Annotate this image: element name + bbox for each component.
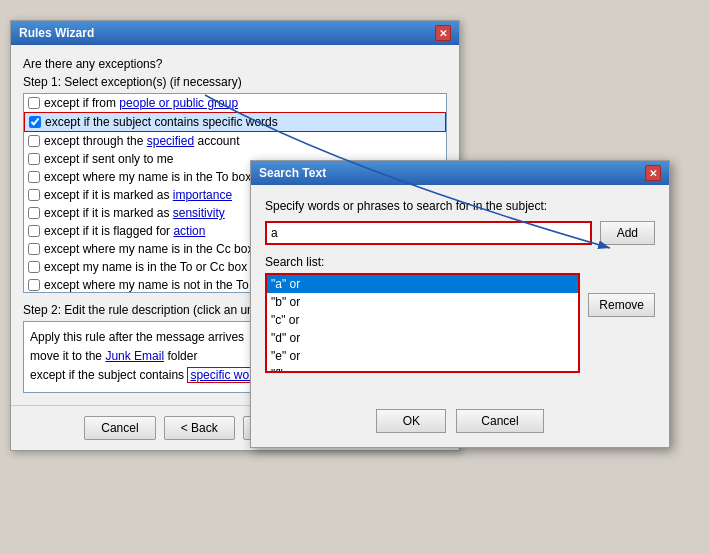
search-input-row: Add [265, 221, 655, 245]
search-list-item-5[interactable]: "f" or [267, 365, 578, 371]
rules-wizard-titlebar: Rules Wizard ✕ [11, 21, 459, 45]
exception-item-2[interactable]: except through the specified account [24, 132, 446, 150]
people-group-link-0[interactable]: people or public group [119, 96, 238, 110]
cancel-button[interactable]: Cancel [84, 416, 155, 440]
sensitivity-link[interactable]: sensitivity [173, 206, 225, 220]
search-list-label: Search list: [265, 255, 655, 269]
search-text-input[interactable] [265, 221, 592, 245]
search-list-item-1[interactable]: "b" or [267, 293, 578, 311]
action-link[interactable]: action [173, 224, 205, 238]
search-list-item-4[interactable]: "e" or [267, 347, 578, 365]
exception-checkbox-3[interactable] [28, 153, 40, 165]
search-text-title: Search Text [259, 166, 326, 180]
exception-checkbox-6[interactable] [28, 207, 40, 219]
search-text-content: Specify words or phrases to search for i… [251, 185, 669, 401]
exception-checkbox-10[interactable] [28, 279, 40, 291]
search-list-row: "a" or "b" or "c" or "d" or "e" or "f" o… [265, 273, 655, 373]
specified-link[interactable]: specified [147, 134, 194, 148]
add-button[interactable]: Add [600, 221, 655, 245]
exception-checkbox-8[interactable] [28, 243, 40, 255]
exception-checkbox-9[interactable] [28, 261, 40, 273]
importance-link[interactable]: importance [173, 188, 232, 202]
exception-checkbox-2[interactable] [28, 135, 40, 147]
search-text-dialog: Search Text ✕ Specify words or phrases t… [250, 160, 670, 448]
search-dialog-buttons: OK Cancel [251, 401, 669, 447]
search-cancel-button[interactable]: Cancel [456, 409, 543, 433]
exception-checkbox-0[interactable] [28, 97, 40, 109]
exception-item-0[interactable]: except if from people or public group [24, 94, 446, 112]
search-prompt-label: Specify words or phrases to search for i… [265, 199, 655, 213]
step1-label: Step 1: Select exception(s) (if necessar… [23, 75, 447, 89]
search-list-item-3[interactable]: "d" or [267, 329, 578, 347]
exceptions-label: Are there any exceptions? [23, 57, 447, 71]
exception-item-1[interactable]: except if the subject contains specific … [24, 112, 446, 132]
rules-wizard-close-button[interactable]: ✕ [435, 25, 451, 41]
exception-checkbox-7[interactable] [28, 225, 40, 237]
search-text-close-button[interactable]: ✕ [645, 165, 661, 181]
exception-checkbox-4[interactable] [28, 171, 40, 183]
search-list[interactable]: "a" or "b" or "c" or "d" or "e" or "f" o… [267, 275, 578, 371]
rules-wizard-title: Rules Wizard [19, 26, 94, 40]
exception-checkbox-1[interactable] [29, 116, 41, 128]
exception-checkbox-5[interactable] [28, 189, 40, 201]
ok-button[interactable]: OK [376, 409, 446, 433]
remove-btn-area: Remove [588, 273, 655, 373]
search-list-item-2[interactable]: "c" or [267, 311, 578, 329]
remove-button[interactable]: Remove [588, 293, 655, 317]
search-list-item-0[interactable]: "a" or [267, 275, 578, 293]
back-button[interactable]: < Back [164, 416, 235, 440]
junk-email-link[interactable]: Junk Email [105, 349, 164, 363]
search-list-container: "a" or "b" or "c" or "d" or "e" or "f" o… [265, 273, 580, 373]
search-text-titlebar: Search Text ✕ [251, 161, 669, 185]
